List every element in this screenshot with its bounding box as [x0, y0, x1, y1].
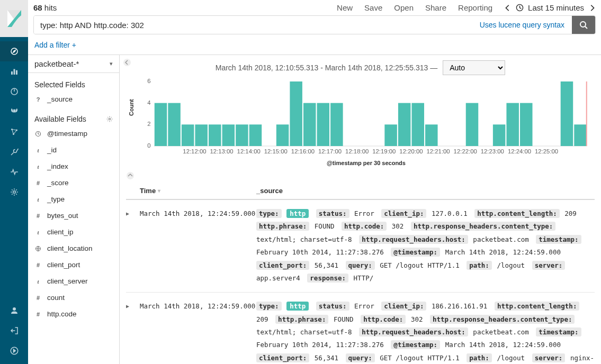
histogram-chart[interactable]: Count 024612:12:0012:13:0012:14:0012:15:… — [120, 75, 601, 168]
doc-table-header: Time▾ _source — [126, 181, 595, 200]
col-header-source[interactable]: _source — [256, 187, 595, 195]
topbar: 68 hits New Save Open Share Reporting La… — [28, 0, 601, 15]
nav-user-icon[interactable] — [0, 301, 28, 321]
new-button[interactable]: New — [337, 3, 353, 12]
field-name: _type — [47, 195, 65, 203]
svg-rect-46 — [574, 124, 586, 146]
field-row[interactable]: #bytes_out — [28, 207, 119, 224]
content-area: March 14th 2018, 12:10:55.313 - March 14… — [120, 55, 601, 364]
field-row[interactable]: #client_port — [28, 257, 119, 273]
row-time: March 14th 2018, 12:24:59.000 — [140, 207, 256, 285]
available-fields-header: Available Fields — [28, 107, 119, 125]
field-type-icon — [34, 245, 42, 252]
chart-time-range: March 14th 2018, 12:10:55.313 - March 14… — [216, 63, 438, 72]
open-button[interactable]: Open — [394, 3, 414, 12]
svg-rect-34 — [303, 103, 316, 146]
lucene-hint-link[interactable]: Uses lucene query syntax — [472, 21, 572, 29]
svg-rect-2 — [13, 69, 15, 75]
share-button[interactable]: Share — [425, 3, 446, 12]
caret-down-icon: ▾ — [110, 60, 113, 67]
svg-rect-25 — [168, 103, 180, 146]
scroll-up-icon[interactable] — [120, 168, 601, 181]
gear-icon[interactable] — [106, 116, 113, 122]
nav-timelion-icon[interactable] — [0, 102, 28, 122]
field-row[interactable]: t_id — [28, 142, 119, 158]
svg-text:12:14:00: 12:14:00 — [237, 148, 261, 154]
nav-monitoring-icon[interactable] — [0, 162, 28, 182]
svg-rect-32 — [276, 124, 289, 146]
svg-text:0: 0 — [147, 142, 150, 149]
chevron-right-icon[interactable] — [588, 4, 596, 12]
field-row[interactable]: t_type — [28, 191, 119, 207]
field-type-icon: t — [34, 163, 42, 170]
chevron-left-icon[interactable] — [504, 4, 512, 12]
nav-logout-icon[interactable] — [0, 321, 28, 341]
chart-ylabel: Count — [128, 99, 134, 116]
field-row[interactable]: ?_source — [28, 91, 119, 107]
expand-row-icon[interactable]: ▶ — [126, 207, 140, 285]
field-name: count — [47, 294, 65, 302]
svg-text:4: 4 — [147, 99, 150, 106]
field-row[interactable]: #_score — [28, 175, 119, 191]
nav-collapse-icon[interactable] — [0, 341, 28, 361]
svg-rect-33 — [290, 81, 302, 146]
time-range-label: Last 15 minutes — [528, 3, 584, 12]
svg-point-62 — [127, 172, 134, 179]
reporting-button[interactable]: Reporting — [458, 3, 492, 12]
table-row: ▶March 14th 2018, 12:24:59.000type: http… — [126, 200, 595, 293]
save-button[interactable]: Save — [364, 3, 382, 12]
nav-management-icon[interactable] — [0, 182, 28, 202]
field-row[interactable]: #count — [28, 289, 119, 306]
nav-dashboard-icon[interactable] — [0, 81, 28, 102]
field-name: _index — [47, 162, 68, 170]
svg-rect-42 — [493, 124, 505, 146]
field-name: client_ip — [47, 228, 74, 236]
table-row: ▶March 14th 2018, 12:24:59.000type: http… — [126, 293, 595, 364]
svg-text:12:18:00: 12:18:00 — [345, 148, 369, 154]
svg-rect-27 — [195, 124, 207, 146]
svg-text:12:25:00: 12:25:00 — [535, 148, 558, 154]
nav-graph-icon[interactable] — [0, 122, 28, 142]
svg-rect-43 — [506, 103, 518, 146]
field-row[interactable]: tclient_server — [28, 273, 119, 289]
add-filter-button[interactable]: Add a filter + — [34, 41, 76, 49]
expand-row-icon[interactable]: ▶ — [126, 300, 140, 364]
field-name: client_port — [47, 261, 80, 269]
time-picker[interactable]: Last 15 minutes — [504, 3, 596, 12]
clock-icon — [516, 4, 524, 12]
field-name: http.code — [47, 310, 77, 318]
interval-select[interactable]: Auto — [443, 60, 505, 75]
svg-text:12:12:00: 12:12:00 — [183, 148, 206, 154]
index-pattern-select[interactable]: packetbeat-* ▾ — [28, 55, 119, 73]
svg-rect-31 — [249, 124, 262, 146]
field-row[interactable]: #http.code — [28, 306, 119, 322]
col-header-time[interactable]: Time▾ — [140, 187, 256, 195]
kibana-logo[interactable] — [0, 0, 28, 37]
svg-text:6: 6 — [147, 78, 150, 84]
svg-text:12:24:00: 12:24:00 — [508, 148, 531, 154]
field-row[interactable]: @timestamp — [28, 125, 119, 142]
field-row[interactable]: t_index — [28, 158, 119, 175]
nav-discover-icon[interactable] — [0, 41, 28, 61]
svg-text:12:15:00: 12:15:00 — [264, 148, 288, 154]
svg-text:2: 2 — [147, 121, 150, 127]
nav-rail — [0, 0, 28, 364]
search-button[interactable] — [572, 16, 595, 34]
nav-visualize-icon[interactable] — [0, 61, 28, 81]
row-source: type: http status: Error client_ip: 127.… — [256, 207, 595, 285]
field-type-icon: t — [34, 147, 42, 153]
field-row[interactable]: tclient_ip — [28, 224, 119, 240]
svg-rect-29 — [222, 124, 235, 146]
svg-rect-26 — [182, 124, 194, 146]
field-type-icon — [34, 131, 42, 137]
hits-count: 68 hits — [33, 3, 57, 12]
index-pattern-label: packetbeat-* — [34, 59, 79, 68]
query-input[interactable] — [34, 16, 472, 34]
svg-rect-35 — [317, 103, 329, 146]
row-source: type: http status: Error client_ip: 186.… — [256, 300, 595, 364]
svg-text:12:22:00: 12:22:00 — [454, 148, 477, 154]
nav-devtools-icon[interactable] — [0, 142, 28, 162]
svg-point-10 — [13, 191, 15, 194]
field-name: _id — [47, 146, 57, 154]
field-row[interactable]: client_location — [28, 240, 119, 257]
